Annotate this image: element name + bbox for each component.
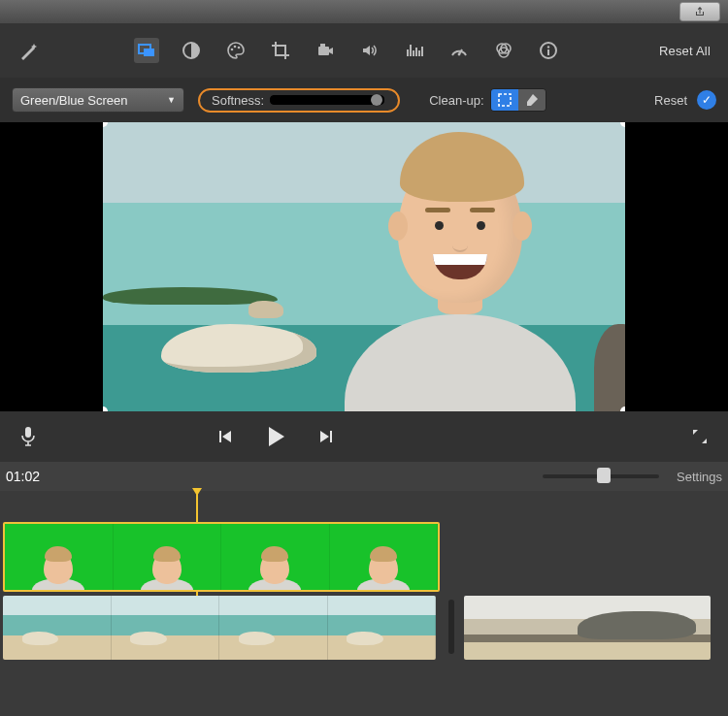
share-button[interactable]	[679, 2, 720, 21]
chevron-down-icon: ▼	[167, 95, 176, 105]
transport-bar	[0, 411, 728, 462]
expand-icon	[691, 428, 709, 445]
svg-rect-1	[144, 49, 154, 56]
beach-broll-clip[interactable]	[464, 596, 711, 660]
filters-icon	[494, 41, 513, 60]
greenscreen-clip[interactable]	[3, 522, 440, 592]
gauge-icon	[449, 41, 469, 60]
softness-control-highlight: Softness:	[198, 88, 400, 113]
speed-tool[interactable]	[447, 38, 472, 63]
skip-forward-button[interactable]	[317, 427, 337, 446]
overlay-icon	[137, 41, 156, 60]
svg-rect-15	[499, 94, 511, 106]
wand-icon	[17, 39, 41, 62]
overlay-reset-button[interactable]: Reset	[654, 93, 687, 108]
cleanup-label: Clean-up:	[429, 93, 483, 108]
cleanup-crop-button[interactable]	[491, 89, 518, 111]
softness-label: Softness:	[212, 93, 264, 108]
window-titlebar	[0, 0, 728, 23]
clip-thumbnail	[112, 596, 220, 660]
svg-point-4	[234, 46, 237, 49]
inspector-tool-icons	[134, 38, 561, 63]
stabilize-tool[interactable]	[313, 38, 338, 63]
inspector-toolbar: Reset All	[0, 23, 728, 78]
svg-point-3	[231, 49, 234, 51]
clip-thumbnail	[330, 524, 439, 590]
clip-thumbnail	[3, 596, 112, 660]
camera-icon	[315, 41, 335, 60]
svg-point-8	[458, 53, 461, 56]
slider-track	[270, 95, 384, 105]
color-tool[interactable]	[223, 38, 248, 63]
clip-thumbnail	[221, 524, 330, 590]
clip-gap-handle[interactable]	[448, 600, 454, 654]
resize-handle-bottom-right[interactable]	[620, 407, 625, 411]
background-rock	[161, 324, 316, 373]
overlay-applied-checkmark[interactable]: ✓	[697, 90, 716, 110]
clip-thumbnail	[219, 596, 328, 660]
clip-thumbnail	[5, 524, 114, 590]
clip-thumbnail	[328, 596, 437, 660]
speaker-icon	[360, 41, 380, 60]
skip-forward-icon	[317, 427, 337, 446]
skip-back-button[interactable]	[215, 427, 234, 446]
microphone-icon	[19, 426, 37, 447]
eraser-icon	[524, 92, 540, 108]
preview-frame[interactable]	[103, 122, 625, 411]
resize-handle-bottom-left[interactable]	[103, 407, 108, 411]
reset-all-button[interactable]: Reset All	[659, 44, 711, 58]
resize-handle-top-right[interactable]	[620, 122, 625, 127]
playback-controls	[215, 424, 337, 449]
softness-slider[interactable]	[270, 93, 384, 107]
play-button[interactable]	[263, 424, 288, 449]
timecode-display: 01:02	[6, 469, 40, 484]
contrast-tool[interactable]	[179, 38, 204, 63]
clip-thumbnail	[464, 596, 711, 660]
svg-rect-6	[318, 47, 329, 55]
background-island	[103, 279, 287, 318]
filter-tool[interactable]	[491, 38, 516, 63]
svg-rect-16	[25, 427, 31, 438]
skip-back-icon	[215, 427, 234, 446]
timeline[interactable]	[0, 491, 728, 716]
foreground-person	[344, 295, 577, 411]
overlay-mode-label: Green/Blue Screen	[20, 93, 128, 108]
cleanup-segmented-control[interactable]	[490, 88, 546, 112]
resize-handle-top-left[interactable]	[103, 122, 108, 127]
info-tool[interactable]	[536, 38, 561, 63]
zoom-slider-thumb[interactable]	[597, 468, 611, 483]
share-icon	[694, 6, 706, 17]
timeline-header: 01:02 Settings	[0, 462, 728, 491]
beach-background-clip[interactable]	[3, 596, 436, 660]
palette-icon	[226, 41, 246, 60]
contrast-icon	[182, 41, 201, 60]
overlay-controls-bar: Green/Blue Screen ▼ Softness: Clean-up: …	[0, 78, 728, 122]
svg-point-5	[238, 47, 241, 49]
equalizer-icon	[405, 41, 424, 60]
info-icon	[539, 41, 558, 60]
volume-tool[interactable]	[357, 38, 382, 63]
voiceover-button[interactable]	[19, 426, 37, 447]
svg-rect-14	[547, 49, 549, 55]
preview-viewer	[0, 122, 728, 411]
crop-tool[interactable]	[268, 38, 293, 63]
cleanup-group: Clean-up:	[429, 88, 546, 112]
overlay-tool[interactable]	[134, 38, 159, 63]
cleanup-erase-button[interactable]	[518, 89, 546, 111]
crop-region-icon	[497, 92, 513, 108]
overlay-mode-dropdown[interactable]: Green/Blue Screen ▼	[12, 87, 184, 113]
crop-icon	[271, 41, 290, 60]
svg-rect-7	[320, 44, 325, 47]
timeline-zoom-slider[interactable]	[543, 474, 659, 478]
background-rock-right	[594, 324, 625, 411]
noise-tool[interactable]	[402, 38, 427, 63]
enhance-wand-button[interactable]	[17, 39, 41, 62]
svg-point-13	[547, 46, 549, 48]
clip-thumbnail	[114, 524, 222, 590]
play-icon	[263, 424, 288, 449]
timeline-settings-button[interactable]: Settings	[677, 470, 722, 484]
fullscreen-button[interactable]	[691, 428, 709, 445]
